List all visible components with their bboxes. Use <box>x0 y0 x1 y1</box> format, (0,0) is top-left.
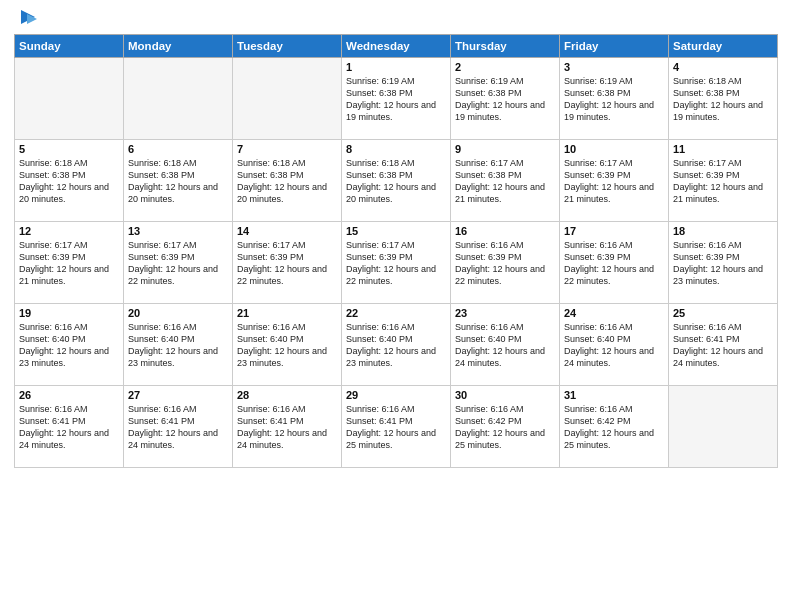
day-info: Sunrise: 6:17 AM Sunset: 6:39 PM Dayligh… <box>237 239 337 288</box>
day-info: Sunrise: 6:18 AM Sunset: 6:38 PM Dayligh… <box>128 157 228 206</box>
day-cell: 16Sunrise: 6:16 AM Sunset: 6:39 PM Dayli… <box>451 222 560 304</box>
day-cell <box>124 58 233 140</box>
day-cell: 25Sunrise: 6:16 AM Sunset: 6:41 PM Dayli… <box>669 304 778 386</box>
day-number: 6 <box>128 143 228 155</box>
day-number: 11 <box>673 143 773 155</box>
day-info: Sunrise: 6:19 AM Sunset: 6:38 PM Dayligh… <box>346 75 446 124</box>
day-cell: 6Sunrise: 6:18 AM Sunset: 6:38 PM Daylig… <box>124 140 233 222</box>
day-number: 28 <box>237 389 337 401</box>
day-number: 20 <box>128 307 228 319</box>
day-info: Sunrise: 6:16 AM Sunset: 6:40 PM Dayligh… <box>19 321 119 370</box>
day-info: Sunrise: 6:16 AM Sunset: 6:41 PM Dayligh… <box>128 403 228 452</box>
day-cell: 19Sunrise: 6:16 AM Sunset: 6:40 PM Dayli… <box>15 304 124 386</box>
day-cell: 13Sunrise: 6:17 AM Sunset: 6:39 PM Dayli… <box>124 222 233 304</box>
day-number: 8 <box>346 143 446 155</box>
logo-icon <box>17 6 39 28</box>
day-info: Sunrise: 6:18 AM Sunset: 6:38 PM Dayligh… <box>19 157 119 206</box>
day-number: 14 <box>237 225 337 237</box>
calendar: SundayMondayTuesdayWednesdayThursdayFrid… <box>14 34 778 468</box>
day-cell: 26Sunrise: 6:16 AM Sunset: 6:41 PM Dayli… <box>15 386 124 468</box>
day-cell: 4Sunrise: 6:18 AM Sunset: 6:38 PM Daylig… <box>669 58 778 140</box>
day-info: Sunrise: 6:19 AM Sunset: 6:38 PM Dayligh… <box>455 75 555 124</box>
day-cell: 31Sunrise: 6:16 AM Sunset: 6:42 PM Dayli… <box>560 386 669 468</box>
header <box>14 10 778 28</box>
day-number: 23 <box>455 307 555 319</box>
week-row-3: 19Sunrise: 6:16 AM Sunset: 6:40 PM Dayli… <box>15 304 778 386</box>
day-info: Sunrise: 6:16 AM Sunset: 6:40 PM Dayligh… <box>128 321 228 370</box>
day-cell: 20Sunrise: 6:16 AM Sunset: 6:40 PM Dayli… <box>124 304 233 386</box>
day-cell: 15Sunrise: 6:17 AM Sunset: 6:39 PM Dayli… <box>342 222 451 304</box>
day-cell: 9Sunrise: 6:17 AM Sunset: 6:38 PM Daylig… <box>451 140 560 222</box>
day-cell: 18Sunrise: 6:16 AM Sunset: 6:39 PM Dayli… <box>669 222 778 304</box>
day-number: 19 <box>19 307 119 319</box>
day-number: 5 <box>19 143 119 155</box>
weekday-sunday: Sunday <box>15 35 124 58</box>
day-cell: 17Sunrise: 6:16 AM Sunset: 6:39 PM Dayli… <box>560 222 669 304</box>
day-cell <box>15 58 124 140</box>
day-number: 18 <box>673 225 773 237</box>
weekday-friday: Friday <box>560 35 669 58</box>
day-number: 1 <box>346 61 446 73</box>
day-info: Sunrise: 6:17 AM Sunset: 6:39 PM Dayligh… <box>673 157 773 206</box>
day-number: 16 <box>455 225 555 237</box>
day-cell: 27Sunrise: 6:16 AM Sunset: 6:41 PM Dayli… <box>124 386 233 468</box>
day-info: Sunrise: 6:16 AM Sunset: 6:40 PM Dayligh… <box>346 321 446 370</box>
day-number: 22 <box>346 307 446 319</box>
day-number: 7 <box>237 143 337 155</box>
day-info: Sunrise: 6:16 AM Sunset: 6:39 PM Dayligh… <box>564 239 664 288</box>
day-info: Sunrise: 6:16 AM Sunset: 6:41 PM Dayligh… <box>237 403 337 452</box>
day-number: 31 <box>564 389 664 401</box>
weekday-thursday: Thursday <box>451 35 560 58</box>
day-info: Sunrise: 6:16 AM Sunset: 6:41 PM Dayligh… <box>19 403 119 452</box>
page: SundayMondayTuesdayWednesdayThursdayFrid… <box>0 0 792 612</box>
day-cell: 24Sunrise: 6:16 AM Sunset: 6:40 PM Dayli… <box>560 304 669 386</box>
day-number: 24 <box>564 307 664 319</box>
day-number: 15 <box>346 225 446 237</box>
week-row-0: 1Sunrise: 6:19 AM Sunset: 6:38 PM Daylig… <box>15 58 778 140</box>
day-info: Sunrise: 6:17 AM Sunset: 6:39 PM Dayligh… <box>346 239 446 288</box>
day-number: 30 <box>455 389 555 401</box>
day-number: 13 <box>128 225 228 237</box>
day-cell: 2Sunrise: 6:19 AM Sunset: 6:38 PM Daylig… <box>451 58 560 140</box>
day-info: Sunrise: 6:16 AM Sunset: 6:40 PM Dayligh… <box>564 321 664 370</box>
day-info: Sunrise: 6:16 AM Sunset: 6:40 PM Dayligh… <box>455 321 555 370</box>
day-cell: 22Sunrise: 6:16 AM Sunset: 6:40 PM Dayli… <box>342 304 451 386</box>
day-cell: 11Sunrise: 6:17 AM Sunset: 6:39 PM Dayli… <box>669 140 778 222</box>
day-info: Sunrise: 6:16 AM Sunset: 6:42 PM Dayligh… <box>564 403 664 452</box>
day-number: 21 <box>237 307 337 319</box>
day-info: Sunrise: 6:18 AM Sunset: 6:38 PM Dayligh… <box>673 75 773 124</box>
day-cell <box>233 58 342 140</box>
day-number: 27 <box>128 389 228 401</box>
day-cell: 21Sunrise: 6:16 AM Sunset: 6:40 PM Dayli… <box>233 304 342 386</box>
weekday-tuesday: Tuesday <box>233 35 342 58</box>
logo <box>14 10 39 28</box>
day-cell: 29Sunrise: 6:16 AM Sunset: 6:41 PM Dayli… <box>342 386 451 468</box>
day-info: Sunrise: 6:17 AM Sunset: 6:39 PM Dayligh… <box>19 239 119 288</box>
day-info: Sunrise: 6:16 AM Sunset: 6:39 PM Dayligh… <box>673 239 773 288</box>
day-info: Sunrise: 6:16 AM Sunset: 6:41 PM Dayligh… <box>673 321 773 370</box>
day-info: Sunrise: 6:17 AM Sunset: 6:39 PM Dayligh… <box>564 157 664 206</box>
day-cell: 30Sunrise: 6:16 AM Sunset: 6:42 PM Dayli… <box>451 386 560 468</box>
weekday-header-row: SundayMondayTuesdayWednesdayThursdayFrid… <box>15 35 778 58</box>
day-cell: 12Sunrise: 6:17 AM Sunset: 6:39 PM Dayli… <box>15 222 124 304</box>
day-number: 29 <box>346 389 446 401</box>
day-number: 2 <box>455 61 555 73</box>
day-cell: 3Sunrise: 6:19 AM Sunset: 6:38 PM Daylig… <box>560 58 669 140</box>
day-number: 17 <box>564 225 664 237</box>
day-info: Sunrise: 6:19 AM Sunset: 6:38 PM Dayligh… <box>564 75 664 124</box>
day-cell: 10Sunrise: 6:17 AM Sunset: 6:39 PM Dayli… <box>560 140 669 222</box>
day-info: Sunrise: 6:16 AM Sunset: 6:39 PM Dayligh… <box>455 239 555 288</box>
day-number: 9 <box>455 143 555 155</box>
day-cell: 28Sunrise: 6:16 AM Sunset: 6:41 PM Dayli… <box>233 386 342 468</box>
day-number: 12 <box>19 225 119 237</box>
week-row-1: 5Sunrise: 6:18 AM Sunset: 6:38 PM Daylig… <box>15 140 778 222</box>
day-info: Sunrise: 6:18 AM Sunset: 6:38 PM Dayligh… <box>237 157 337 206</box>
day-info: Sunrise: 6:18 AM Sunset: 6:38 PM Dayligh… <box>346 157 446 206</box>
day-cell: 1Sunrise: 6:19 AM Sunset: 6:38 PM Daylig… <box>342 58 451 140</box>
day-info: Sunrise: 6:16 AM Sunset: 6:41 PM Dayligh… <box>346 403 446 452</box>
day-info: Sunrise: 6:16 AM Sunset: 6:42 PM Dayligh… <box>455 403 555 452</box>
day-info: Sunrise: 6:16 AM Sunset: 6:40 PM Dayligh… <box>237 321 337 370</box>
day-number: 25 <box>673 307 773 319</box>
weekday-saturday: Saturday <box>669 35 778 58</box>
day-cell <box>669 386 778 468</box>
